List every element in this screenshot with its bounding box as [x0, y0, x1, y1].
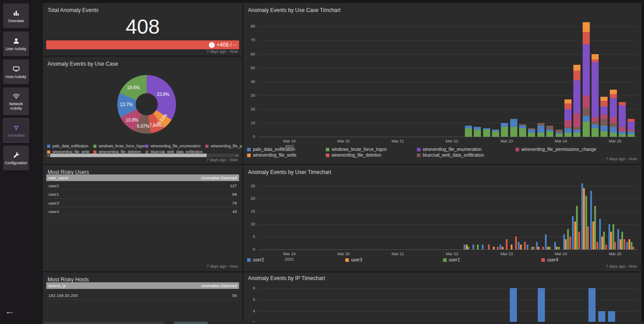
usecase-bar-wineventlog_file_write[interactable]: [592, 54, 599, 59]
usecase-bar-windows_brute_force_logon[interactable]: [619, 134, 626, 137]
usecase-bar-palo_data_exfiltration[interactable]: [546, 130, 553, 131]
legend-item-user1[interactable]: user1: [443, 257, 460, 262]
legend-item-user2[interactable]: user2: [247, 257, 264, 262]
usecase-bar-windows_brute_force_logon[interactable]: [573, 133, 580, 137]
usecase-bar-wineventlog_file_enumeration[interactable]: [583, 44, 590, 95]
usecase-bar-wineventlog_file_permissions_change[interactable]: [573, 113, 580, 127]
usecase-bar-palo_data_exfiltration[interactable]: [600, 126, 608, 131]
usecase-bar-palo_data_exfiltration[interactable]: [619, 131, 626, 134]
usecase-bar-wineventlog_file_deletion[interactable]: [564, 103, 572, 109]
legend-item-windows_brute_force_logon[interactable]: windows_brute_force_logon: [93, 144, 146, 148]
usecase-bar-palo_data_exfiltration[interactable]: [592, 124, 599, 128]
pie-legend-scrollbar[interactable]: ◄ ►: [46, 154, 239, 157]
legend-item-wineventlog_file_write[interactable]: wineventlog_file_write: [247, 153, 296, 158]
usecase-bar-palo_data_exfiltration[interactable]: [628, 131, 635, 134]
horizontal-scrollbar[interactable]: [43, 322, 644, 324]
user-bar-user2[interactable]: [518, 242, 520, 249]
scroll-left-icon[interactable]: ◄: [46, 154, 50, 157]
usecase-bar-bluecoat_web_data_exfiltration[interactable]: [610, 123, 617, 127]
user-bar-user4[interactable]: [587, 226, 589, 249]
table-row[interactable]: user198: [46, 190, 239, 199]
user-bar-user1[interactable]: [549, 247, 551, 249]
user-bar-user2[interactable]: [626, 242, 628, 249]
usecase-bar-wineventlog_file_enumeration[interactable]: [592, 62, 599, 117]
usecase-bar-windows_brute_force_logon[interactable]: [510, 127, 517, 137]
table-row[interactable]: user378: [46, 199, 239, 207]
user-bar-user1[interactable]: [594, 206, 596, 249]
kpi-delta-bar[interactable]: ↑ +408 / –: [46, 40, 239, 49]
usecase-bar-bluecoat_web_data_exfiltration[interactable]: [564, 127, 572, 128]
usecase-bar-palo_data_exfiltration[interactable]: [583, 116, 590, 121]
usecase-bar-wineventlog_file_deletion[interactable]: [592, 59, 599, 62]
user-bar-user1[interactable]: [558, 247, 560, 249]
legend-item-bluecoat_web_data_exfiltration[interactable]: bluecoat_web_data_exfiltration: [417, 153, 484, 158]
sidebar-item-network-activity[interactable]: Network Activity: [3, 87, 29, 115]
usecase-bar-palo_data_exfiltration[interactable]: [492, 130, 499, 131]
usecase-bar-wineventlog_file_permissions_change[interactable]: [610, 117, 617, 122]
user-bar-user3[interactable]: [502, 247, 504, 249]
legend-item-wineventlog_file_enumeration[interactable]: wineventlog_file_enumeration: [417, 147, 481, 152]
user-bar-user2[interactable]: [617, 229, 619, 249]
sidebar-item-host-activity[interactable]: Host Activity: [3, 59, 29, 84]
user-bar-user2[interactable]: [608, 224, 610, 249]
usecase-bar-windows_brute_force_logon[interactable]: [610, 133, 617, 137]
usecase-bar-wineventlog_file_permissions_change[interactable]: [564, 120, 572, 127]
usecase-bar-wineventlog_file_deletion[interactable]: [628, 119, 635, 122]
scroll-right-icon[interactable]: ►: [236, 154, 239, 157]
user-bar-user3[interactable]: [583, 188, 585, 249]
usecase-bar-palo_data_exfiltration[interactable]: [501, 123, 508, 127]
table-row[interactable]: user2127: [46, 182, 239, 190]
usecase-bar-bluecoat_web_data_exfiltration[interactable]: [537, 123, 544, 126]
ip-bar[interactable]: [510, 288, 517, 324]
user-bar-user3[interactable]: [628, 239, 630, 249]
usecase-bar-wineventlog_file_deletion[interactable]: [573, 71, 580, 80]
usecase-bar-wineventlog_file_permissions_change[interactable]: [592, 117, 599, 121]
table-row[interactable]: user449: [46, 208, 239, 216]
user-bar-user4[interactable]: [542, 247, 544, 249]
usecase-bar-bluecoat_web_data_exfiltration[interactable]: [573, 127, 580, 130]
legend-item-user3[interactable]: user3: [345, 257, 362, 262]
usecase-bar-palo_data_exfiltration[interactable]: [465, 126, 472, 128]
usecase-bar-windows_brute_force_logon[interactable]: [501, 127, 508, 137]
user-bar-user4[interactable]: [497, 247, 499, 249]
usecase-bar-windows_brute_force_logon[interactable]: [465, 128, 472, 137]
usecase-bar-bluecoat_web_data_exfiltration[interactable]: [528, 128, 535, 130]
user-bar-user2[interactable]: [599, 219, 601, 249]
table-header-row[interactable]: user_nameAnomalies Detected: [46, 174, 239, 181]
usecase-bar-wineventlog_file_permissions_change[interactable]: [583, 95, 590, 108]
user-bar-user2[interactable]: [472, 245, 474, 249]
user-bar-user1[interactable]: [631, 242, 632, 249]
usecase-bar-palo_data_exfiltration[interactable]: [573, 130, 580, 132]
ip-bar[interactable]: [588, 288, 596, 324]
usecase-bar-bluecoat_web_data_exfiltration[interactable]: [556, 130, 563, 132]
usecase-bar-palo_data_exfiltration[interactable]: [564, 128, 572, 132]
user-bar-user1[interactable]: [612, 224, 614, 249]
sidebar-item-configuration[interactable]: Configuration: [3, 146, 29, 170]
user-bar-user3[interactable]: [466, 245, 468, 249]
usecase-bar-bluecoat_web_data_exfiltration[interactable]: [583, 108, 590, 116]
user-bar-user4[interactable]: [632, 247, 634, 249]
usecase-bar-palo_data_exfiltration[interactable]: [510, 119, 517, 127]
back-arrow-button[interactable]: ←: [5, 306, 15, 316]
user-bar-user3[interactable]: [520, 245, 522, 249]
user-bar-user1[interactable]: [621, 232, 623, 249]
usecase-bar-bluecoat_web_data_exfiltration[interactable]: [600, 119, 608, 126]
user-bar-user4[interactable]: [596, 242, 598, 249]
usecase-bar-windows_brute_force_logon[interactable]: [583, 122, 590, 137]
user-bar-user2[interactable]: [545, 234, 547, 249]
user-bar-user4[interactable]: [488, 245, 490, 249]
usecase-bar-windows_brute_force_logon[interactable]: [528, 133, 535, 137]
user-bar-user4[interactable]: [515, 237, 517, 249]
usecase-bar-wineventlog_file_write[interactable]: [583, 22, 590, 32]
user-bar-user4[interactable]: [569, 237, 571, 249]
legend-item-user4[interactable]: user4: [541, 257, 558, 262]
usecase-bar-palo_data_exfiltration[interactable]: [528, 130, 535, 132]
table-row[interactable]: 192.168.50.20056: [46, 291, 239, 300]
user-bar-user2[interactable]: [500, 245, 501, 249]
usecase-bar-windows_brute_force_logon[interactable]: [474, 130, 481, 137]
usecase-bar-palo_data_exfiltration[interactable]: [556, 133, 563, 134]
usecase-bar-windows_brute_force_logon[interactable]: [628, 134, 635, 137]
user-bar-user1[interactable]: [567, 229, 569, 249]
user-bar-user2[interactable]: [527, 245, 528, 249]
usecase-bar-palo_data_exfiltration[interactable]: [537, 126, 544, 133]
